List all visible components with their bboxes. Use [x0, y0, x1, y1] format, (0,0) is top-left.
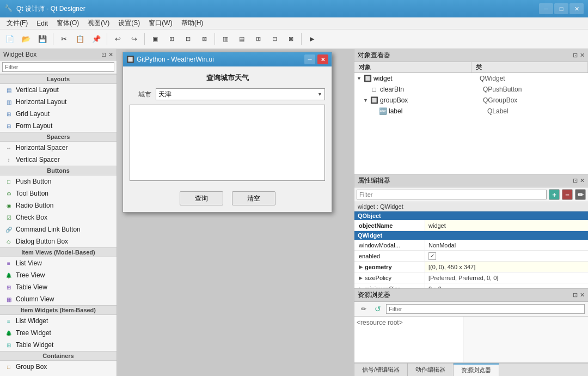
- prop-close-icon[interactable]: ✕: [580, 177, 585, 184]
- widget-item-check-box[interactable]: ☑ Check Box: [0, 211, 117, 223]
- tb-undo[interactable]: ↩: [110, 32, 125, 47]
- menu-window[interactable]: 窗口(W): [144, 17, 176, 29]
- menu-form[interactable]: 窗体(O): [52, 17, 83, 29]
- widget-item-grid-layout[interactable]: ⊞ Grid Layout: [0, 108, 117, 120]
- tab-resource-browser[interactable]: 资源浏览器: [454, 363, 499, 376]
- tb-layout-break[interactable]: ⊠: [283, 32, 298, 47]
- widget-item-push-button[interactable]: □ Push Button: [0, 175, 117, 187]
- res-float-icon[interactable]: ⊡: [573, 292, 578, 299]
- tb-copy[interactable]: 📋: [72, 32, 88, 47]
- canvas-area[interactable]: 🔲 GitPython - WeatherWin.ui ─ ✕ 查询城市天气 城…: [117, 49, 354, 376]
- prop-row-windowmodal[interactable]: windowModal... NonModal: [354, 240, 588, 251]
- widget-box-float-icon[interactable]: ⊡: [101, 51, 106, 58]
- widget-item-group-box[interactable]: □ Group Box: [0, 361, 117, 373]
- tb-paste[interactable]: 📌: [89, 32, 104, 47]
- minimumsize-expand-icon[interactable]: ▶: [359, 286, 363, 289]
- widget-filter-input[interactable]: [2, 62, 114, 72]
- expand-groupbox[interactable]: ▼: [363, 98, 370, 103]
- maximize-button[interactable]: □: [554, 3, 568, 14]
- widget-item-horizontal-spacer[interactable]: ↔ Horizontal Spacer: [0, 142, 117, 154]
- prop-edit-btn[interactable]: ✏: [575, 189, 586, 200]
- prop-row-objectname[interactable]: objectName widget: [354, 220, 588, 231]
- menu-edit[interactable]: Edit: [32, 19, 52, 28]
- prop-section-qobject: QObject: [354, 211, 588, 220]
- clear-button[interactable]: 清空: [232, 191, 275, 205]
- vertical-spacer-icon: ↕: [4, 155, 13, 164]
- tb-layout-v[interactable]: ▤: [234, 32, 249, 47]
- widget-box-panel: Widget Box ⊡ ✕ Layouts ▤ Vertical Layout…: [0, 49, 117, 376]
- menu-file[interactable]: 文件(F): [2, 17, 32, 29]
- tb-layout-grid[interactable]: ⊞: [250, 32, 266, 47]
- widget-item-form-layout[interactable]: ⊟ Form Layout: [0, 120, 117, 132]
- widget-item-vertical-spacer[interactable]: ↕ Vertical Spacer: [0, 154, 117, 166]
- prop-row-minimumsize[interactable]: ▶minimumSize 0 x 0: [354, 283, 588, 288]
- tb-cut[interactable]: ✂: [56, 32, 71, 47]
- menu-view[interactable]: 视图(V): [83, 17, 114, 29]
- widget-item-vertical-layout[interactable]: ▤ Vertical Layout: [0, 84, 117, 96]
- dialog-content: 查询城市天气 城市 天津 ▼ 查询 清空: [123, 66, 332, 212]
- widget-item-scroll-area[interactable]: ↕ Scroll Area: [0, 373, 117, 376]
- tree-item-widget[interactable]: ▼ 🔲 widget QWidget: [354, 73, 588, 84]
- widget-item-list-view[interactable]: ≡ List View: [0, 257, 117, 269]
- widget-item-table-widget[interactable]: ⊞ Table Widget: [0, 339, 117, 351]
- prop-row-geometry[interactable]: ▶geometry [(0, 0), 450 x 347]: [354, 262, 588, 272]
- tree-item-clearbtn[interactable]: □ clearBtn QPushButton: [354, 84, 588, 95]
- res-edit-btn[interactable]: ✏: [358, 304, 370, 314]
- prop-float-icon[interactable]: ⊡: [573, 177, 578, 184]
- widget-box-close-icon[interactable]: ✕: [108, 51, 113, 58]
- geometry-expand-icon[interactable]: ▶: [359, 264, 363, 270]
- minimize-button[interactable]: ─: [539, 3, 553, 14]
- res-refresh-btn[interactable]: ↺: [372, 304, 384, 314]
- widget-item-radio-button[interactable]: ◉ Radio Button: [0, 199, 117, 211]
- widget-item-list-widget[interactable]: ≡ List Widget: [0, 315, 117, 327]
- tree-item-label[interactable]: 🔤 label QLabel: [354, 106, 588, 117]
- tb-new[interactable]: 📄: [2, 32, 17, 47]
- widget-item-tree-view[interactable]: 🌲 Tree View: [0, 269, 117, 281]
- enabled-checkbox[interactable]: ✓: [428, 252, 436, 260]
- inspector-float-icon[interactable]: ⊡: [573, 52, 578, 59]
- check-box-label: Check Box: [16, 214, 47, 221]
- tb-open[interactable]: 📂: [19, 32, 34, 47]
- prop-filter-row: + − ✏: [354, 187, 588, 202]
- expand-widget[interactable]: ▼: [357, 76, 363, 81]
- widget-item-table-view[interactable]: ⊞ Table View: [0, 281, 117, 293]
- prop-minus-btn[interactable]: −: [562, 189, 573, 200]
- tb-widget-editor[interactable]: ▣: [148, 32, 163, 47]
- tree-item-groupbox[interactable]: ▼ 🔲 groupBox QGroupBox: [354, 95, 588, 106]
- prop-row-sizepolicy[interactable]: ▶sizePolicy [Preferred, Preferred, 0, 0]: [354, 272, 588, 283]
- inspector-close-icon[interactable]: ✕: [580, 52, 585, 59]
- widget-item-tool-button[interactable]: ⚙ Tool Button: [0, 187, 117, 199]
- tb-signal[interactable]: ⊠: [197, 32, 212, 47]
- tab-action-editor[interactable]: 动作编辑器: [408, 363, 454, 376]
- weather-textarea[interactable]: [130, 105, 325, 181]
- tab-signal-slot[interactable]: 信号/槽编辑器: [354, 363, 408, 376]
- widget-item-horizontal-layout[interactable]: ▥ Horizontal Layout: [0, 96, 117, 108]
- city-combo[interactable]: 天津 ▼: [156, 88, 325, 100]
- dialog-close-btn[interactable]: ✕: [317, 54, 328, 64]
- widget-item-column-view[interactable]: ▦ Column View: [0, 293, 117, 305]
- dialog-minimize-btn[interactable]: ─: [304, 54, 315, 64]
- res-close-icon[interactable]: ✕: [580, 292, 585, 299]
- tb-layout-form[interactable]: ⊟: [267, 32, 282, 47]
- query-button[interactable]: 查询: [180, 191, 223, 205]
- prop-filter-input[interactable]: [357, 190, 547, 199]
- tb-layout-h[interactable]: ▥: [218, 32, 233, 47]
- tb-save[interactable]: 💾: [35, 32, 50, 47]
- close-button[interactable]: ✕: [569, 3, 584, 14]
- widget-item-command-link[interactable]: 🔗 Command Link Button: [0, 223, 117, 235]
- menu-help[interactable]: 帮助(H): [177, 17, 208, 29]
- tb-tab-order[interactable]: ⊟: [180, 32, 195, 47]
- res-filter-input[interactable]: [386, 304, 585, 314]
- prop-widget-label: widget : QWidget: [354, 202, 588, 211]
- menu-settings[interactable]: 设置(S): [114, 17, 144, 29]
- prop-row-enabled[interactable]: enabled ✓: [354, 251, 588, 262]
- section-spacers: Spacers: [0, 132, 117, 142]
- tb-buddy-edit[interactable]: ⊞: [164, 32, 179, 47]
- tb-preview[interactable]: ▶: [304, 32, 320, 47]
- tb-redo[interactable]: ↪: [126, 32, 142, 47]
- sizepolicy-expand-icon[interactable]: ▶: [359, 275, 363, 281]
- widget-item-dialog-button-box[interactable]: ◇ Dialog Button Box: [0, 235, 117, 247]
- prop-add-btn[interactable]: +: [549, 189, 560, 200]
- prop-geometry-key: ▶geometry: [354, 262, 425, 272]
- widget-item-tree-widget[interactable]: 🌲 Tree Widget: [0, 327, 117, 339]
